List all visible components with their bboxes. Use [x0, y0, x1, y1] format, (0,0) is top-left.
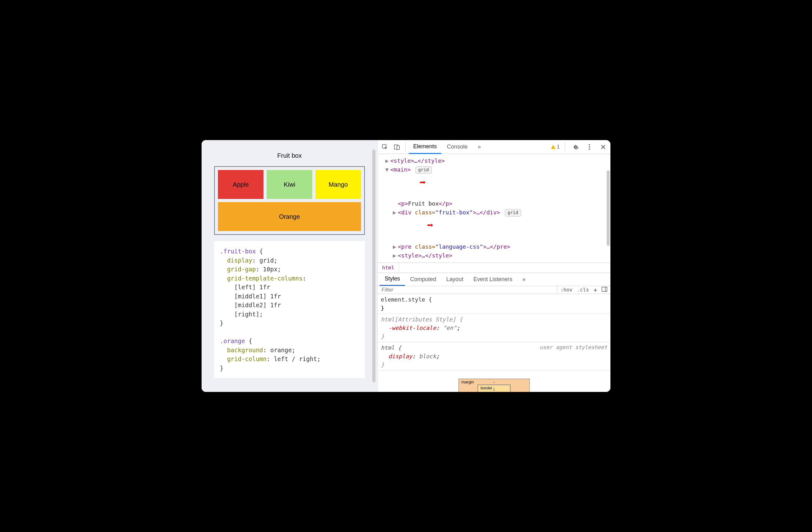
code-prop: background — [227, 347, 263, 353]
svg-rect-2 — [397, 146, 400, 150]
box-model-margin[interactable]: margin - border - — [459, 379, 530, 392]
code-val: [middle1] 1fr — [234, 293, 281, 300]
gear-icon[interactable] — [570, 142, 581, 152]
annotation-arrow-icon: ➡ — [427, 219, 433, 232]
close-icon[interactable] — [598, 142, 609, 152]
dom-tag[interactable]: </p> — [439, 200, 452, 207]
rule-source: user agent stylesheet — [540, 344, 607, 352]
cls-toggle[interactable]: .cls — [577, 287, 589, 293]
rule-prop: display — [388, 353, 412, 360]
breadcrumb[interactable]: html — [378, 263, 610, 273]
warning-count: 1 — [557, 144, 560, 150]
code-val: [left] 1fr — [234, 284, 270, 291]
dom-tag[interactable]: </style> — [418, 157, 445, 164]
rule-element-style[interactable]: element.style { } — [378, 294, 610, 314]
dom-tag[interactable]: <style> — [390, 157, 414, 164]
svg-point-6 — [589, 149, 590, 150]
svg-point-3 — [575, 146, 576, 147]
rule-html-ua[interactable]: user agent stylesheet html { display: bl… — [378, 342, 610, 370]
grid-badge[interactable]: grid — [416, 166, 432, 174]
tab-layout[interactable]: Layout — [441, 272, 468, 286]
fruit-orange: Orange — [218, 202, 361, 231]
dom-tag[interactable]: <pre — [398, 243, 415, 250]
code-val: [right] — [234, 311, 259, 318]
fruit-apple: Apple — [218, 170, 263, 199]
rule-html-attr[interactable]: html[Attributes Style] { -webkit-locale:… — [378, 314, 610, 342]
code-val: left / right — [274, 355, 317, 362]
svg-point-5 — [589, 146, 590, 148]
tab-styles[interactable]: Styles — [380, 272, 405, 286]
rule-prop: -webkit-locale — [388, 324, 436, 331]
page-preview-pane: Fruit box Apple Kiwi Mango Orange .fruit… — [202, 140, 378, 392]
tab-listeners[interactable]: Event Listeners — [468, 272, 517, 286]
bm-border-label: border — [480, 386, 492, 390]
app-window: Fruit box Apple Kiwi Mango Orange .fruit… — [202, 140, 610, 392]
code-val: orange — [270, 347, 292, 353]
rule-val: "en" — [443, 324, 456, 331]
code-val: 10px — [263, 266, 277, 272]
fruit-kiwi: Kiwi — [267, 170, 312, 199]
svg-point-4 — [589, 144, 590, 145]
scrollbar[interactable] — [372, 150, 376, 382]
grid-badge[interactable]: grid — [505, 209, 521, 216]
tab-computed[interactable]: Computed — [405, 272, 441, 286]
tab-styles-more[interactable]: » — [517, 272, 531, 286]
code-prop: grid-gap — [227, 266, 256, 272]
code-prop: display — [227, 257, 252, 264]
device-toggle-icon[interactable] — [392, 142, 402, 152]
new-rule-button[interactable]: + — [593, 286, 597, 294]
kebab-icon[interactable] — [584, 142, 595, 152]
dom-tree[interactable]: ▶<style>…</style> ▼<main> grid ➡ <p>Frui… — [378, 154, 610, 263]
sidebar-toggle-icon[interactable] — [601, 287, 607, 293]
fruit-mango: Mango — [316, 170, 361, 199]
box-model-border[interactable]: border - — [478, 385, 510, 392]
tab-more[interactable]: » — [473, 140, 485, 154]
box-model: margin - border - — [378, 370, 610, 392]
tab-console[interactable]: Console — [443, 140, 472, 154]
warnings-badge[interactable]: 1 — [551, 144, 560, 150]
code-prop: grid-template-columns — [227, 275, 303, 282]
style-rules[interactable]: element.style { } html[Attributes Style]… — [378, 294, 610, 370]
annotation-arrow-icon: ➡ — [420, 176, 426, 188]
page-title: Fruit box — [214, 152, 365, 159]
hov-toggle[interactable]: :hov — [561, 287, 573, 293]
dom-tag[interactable]: <p> — [398, 200, 408, 207]
dom-tag[interactable]: <div — [398, 209, 415, 215]
devtools-pane: Elements Console » 1 — [378, 140, 610, 392]
devtools-toolbar: Elements Console » 1 — [378, 140, 610, 154]
svg-rect-7 — [602, 287, 607, 292]
rule-val: block — [419, 353, 436, 360]
fruit-box-grid: Apple Kiwi Mango Orange — [214, 166, 365, 235]
tab-elements[interactable]: Elements — [409, 140, 441, 154]
styles-filter-input[interactable] — [378, 287, 557, 293]
bm-margin-label: margin — [461, 380, 474, 384]
dom-tag-main[interactable]: <main> — [390, 166, 411, 173]
dom-tag[interactable]: <style> — [398, 252, 422, 259]
dom-tag[interactable]: </style> — [425, 252, 452, 259]
styles-tabbar: Styles Computed Layout Event Listeners » — [378, 273, 610, 286]
code-prop: grid-column — [227, 355, 267, 362]
code-selector: .orange — [220, 337, 245, 345]
breadcrumb-item[interactable]: html — [378, 263, 399, 272]
styles-filter-row: :hov .cls + — [378, 286, 610, 294]
code-selector: .fruit-box — [220, 248, 256, 255]
code-val: grid — [259, 257, 274, 264]
css-code-panel: .fruit-box { display: grid; grid-gap: 10… — [214, 241, 365, 378]
inspect-icon[interactable] — [380, 142, 390, 152]
code-val: [middle2] 1fr — [234, 302, 281, 308]
